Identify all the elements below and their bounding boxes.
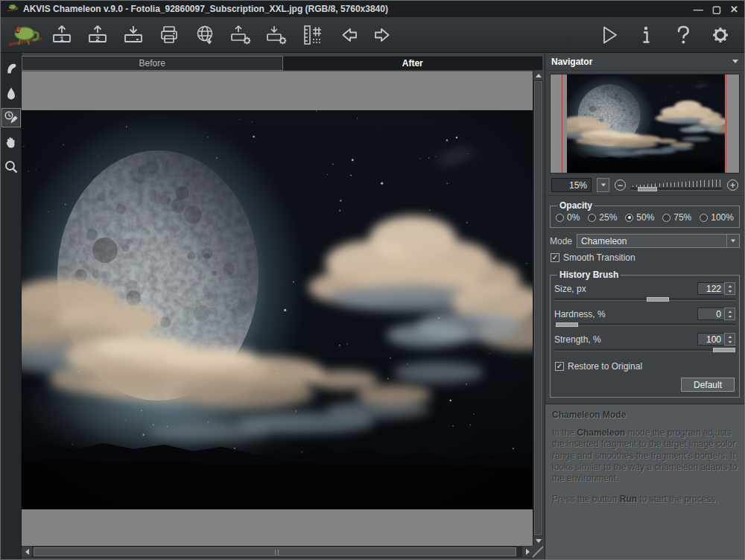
navigator-thumbnail[interactable]: [550, 74, 740, 174]
settings-panel: Navigator: [545, 53, 744, 559]
opacity-option-50[interactable]: 50%: [625, 212, 654, 223]
zoom-in-icon[interactable]: +: [727, 179, 738, 191]
horizontal-scrollbar[interactable]: [22, 546, 533, 558]
opacity-option-100[interactable]: 100%: [700, 212, 734, 223]
scroll-right-icon[interactable]: [522, 547, 533, 557]
radio-icon[interactable]: [625, 214, 633, 222]
hardness-spinner[interactable]: [724, 308, 735, 320]
hints-panel: Chameleon Mode In the Chameleon mode the…: [545, 404, 744, 559]
redo-button[interactable]: [370, 22, 397, 48]
hardness-label: Hardness, %: [554, 309, 606, 319]
tool-panel: [1, 53, 22, 559]
size-spinner[interactable]: [724, 282, 735, 295]
open-image-2-button[interactable]: 2: [84, 22, 111, 48]
run-button[interactable]: [595, 22, 622, 48]
vertical-scrollbar[interactable]: [533, 71, 543, 546]
about-button[interactable]: [633, 22, 659, 48]
save-button[interactable]: [120, 22, 147, 48]
opacity-option-25[interactable]: 25%: [588, 212, 617, 223]
opacity-group: Opacity 0% 25% 50% 75% 100%: [550, 200, 740, 228]
strength-input[interactable]: 100: [697, 333, 724, 346]
close-button[interactable]: ✕: [730, 4, 738, 14]
scroll-left-icon[interactable]: [22, 547, 32, 557]
tab-after[interactable]: After: [283, 56, 544, 71]
photo-moon-clouds[interactable]: [22, 110, 533, 509]
mode-row: Mode Chameleon: [545, 229, 744, 250]
opacity-option-0[interactable]: 0%: [556, 212, 580, 223]
print-button[interactable]: [156, 22, 183, 48]
view-tabs: Before After: [22, 56, 543, 71]
app-logo-small-icon: [7, 2, 19, 16]
strength-spinner[interactable]: [724, 333, 735, 346]
undo-button[interactable]: [335, 22, 361, 48]
restore-row[interactable]: ✓ Restore to Original: [554, 357, 735, 373]
app-logo-icon: [8, 20, 42, 50]
svg-text:1: 1: [60, 34, 63, 42]
vertical-scroll-thumb[interactable]: [534, 81, 542, 535]
help-button[interactable]: [670, 22, 697, 48]
size-slider-thumb[interactable]: [647, 297, 669, 302]
navigator-title: Navigator: [551, 57, 592, 67]
radio-icon[interactable]: [556, 214, 564, 222]
size-label: Size, px: [554, 284, 586, 294]
zoom-value-input[interactable]: 15%: [551, 178, 592, 192]
maximize-button[interactable]: ▢: [712, 4, 721, 14]
resize-grip[interactable]: [533, 546, 543, 558]
size-slider[interactable]: [554, 297, 735, 302]
minimize-button[interactable]: —: [694, 4, 703, 14]
open-image-1-button[interactable]: 1: [48, 22, 75, 48]
mode-dropdown-icon[interactable]: [726, 235, 739, 247]
opacity-option-75[interactable]: 75%: [662, 212, 691, 223]
history-brush-group: History Brush Size, px 122 Hardness, % 0: [550, 270, 740, 398]
tool-smudge[interactable]: [1, 59, 21, 78]
toolbar: 1 2: [1, 17, 744, 53]
share-web-button[interactable]: [191, 22, 218, 48]
smooth-transition-row[interactable]: ✓ Smooth Transition: [545, 250, 744, 265]
svg-text:2: 2: [95, 34, 99, 42]
hint-text: In the Chameleon mode the program adjust…: [552, 427, 738, 505]
opacity-legend: Opacity: [557, 200, 595, 211]
tool-blur[interactable]: [1, 83, 21, 103]
restore-checkbox[interactable]: ✓: [555, 362, 564, 371]
resize-button[interactable]: [299, 22, 326, 48]
hardness-slider[interactable]: [554, 322, 735, 328]
scroll-up-icon[interactable]: [533, 71, 543, 80]
hardness-input[interactable]: 0: [697, 308, 724, 320]
navigator-preview: [567, 74, 725, 173]
mode-select[interactable]: Chameleon: [577, 234, 740, 248]
tab-before[interactable]: Before: [22, 56, 283, 71]
import-presets-button[interactable]: [263, 22, 290, 48]
history-brush-legend: History Brush: [557, 270, 621, 280]
mode-label: Mode: [550, 236, 572, 246]
zoom-slider-thumb[interactable]: [638, 187, 657, 191]
zoom-slider[interactable]: [631, 179, 722, 192]
radio-icon[interactable]: [662, 214, 670, 222]
canvas[interactable]: [22, 71, 533, 546]
horizontal-scroll-thumb[interactable]: [34, 547, 516, 556]
strength-slider-thumb[interactable]: [713, 348, 735, 352]
navigator-header[interactable]: Navigator: [545, 53, 744, 71]
smooth-transition-checkbox[interactable]: ✓: [551, 253, 559, 262]
viewport-frame-left[interactable]: [562, 74, 562, 173]
title-bar[interactable]: AKVIS Chameleon v.9.0 - Fotolia_92860097…: [1, 1, 744, 17]
strength-label: Strength, %: [554, 334, 601, 345]
main-area: Before After: [1, 53, 744, 559]
tool-hand[interactable]: [1, 133, 21, 152]
strength-slider[interactable]: [554, 348, 735, 353]
radio-icon[interactable]: [700, 214, 708, 222]
preferences-button[interactable]: [707, 22, 734, 48]
viewport-frame-right[interactable]: [726, 74, 726, 173]
hardness-slider-thumb[interactable]: [556, 322, 578, 327]
size-input[interactable]: 122: [697, 282, 724, 295]
zoom-out-icon[interactable]: −: [615, 179, 626, 191]
zoom-dropdown-icon[interactable]: [597, 178, 609, 192]
tool-zoom[interactable]: [1, 157, 21, 176]
smooth-transition-label: Smooth Transition: [563, 252, 635, 263]
tool-history-brush[interactable]: [1, 108, 21, 127]
default-button[interactable]: Default: [681, 378, 735, 392]
scroll-down-icon[interactable]: [533, 536, 543, 546]
radio-icon[interactable]: [588, 214, 596, 222]
export-presets-button[interactable]: [227, 22, 254, 48]
collapse-icon[interactable]: [732, 60, 738, 63]
opacity-options: 0% 25% 50% 75% 100%: [554, 211, 735, 224]
